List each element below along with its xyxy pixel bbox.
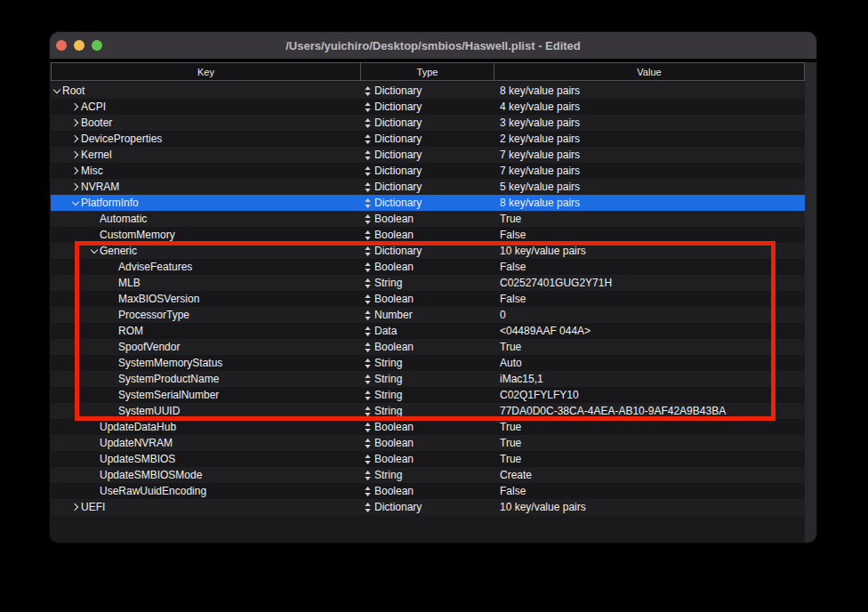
row-value[interactable]: False [494, 485, 805, 497]
type-cell[interactable]: String [360, 405, 494, 417]
row-value[interactable]: False [494, 229, 805, 241]
disclosure-triangle-icon[interactable] [90, 435, 100, 451]
row-value[interactable]: 7 key/value pairs [494, 149, 805, 161]
disclosure-triangle-icon[interactable] [90, 211, 100, 227]
type-cell[interactable]: Dictionary [360, 181, 494, 193]
row-value[interactable]: 5 key/value pairs [494, 181, 805, 193]
disclosure-triangle-icon[interactable] [71, 163, 81, 179]
type-cell[interactable]: Number [360, 309, 494, 321]
disclosure-triangle-icon[interactable] [90, 467, 100, 483]
disclosure-triangle-icon[interactable] [71, 195, 81, 211]
disclosure-triangle-icon[interactable] [108, 403, 118, 419]
row-value[interactable]: 0 [494, 309, 805, 321]
type-cell[interactable]: Dictionary [360, 149, 494, 161]
type-cell[interactable]: Boolean [360, 341, 494, 353]
table-row-systemserialnumber[interactable]: SystemSerialNumber String C02Q1FYLFY10 [51, 387, 805, 403]
row-value[interactable]: 10 key/value pairs [494, 501, 805, 513]
type-cell[interactable]: Boolean [360, 485, 494, 497]
disclosure-triangle-icon[interactable] [71, 115, 81, 131]
row-value[interactable]: True [494, 341, 805, 353]
row-value[interactable]: 4 key/value pairs [494, 101, 805, 113]
disclosure-triangle-icon[interactable] [71, 99, 81, 115]
row-value[interactable]: 8 key/value pairs [494, 85, 805, 97]
disclosure-triangle-icon[interactable] [108, 339, 118, 355]
type-cell[interactable]: String [360, 277, 494, 289]
disclosure-triangle-icon[interactable] [71, 499, 81, 515]
disclosure-triangle-icon[interactable] [108, 371, 118, 387]
type-cell[interactable]: String [360, 469, 494, 481]
type-cell[interactable]: Dictionary [360, 501, 494, 513]
table-row-systemproductname[interactable]: SystemProductName String iMac15,1 [51, 371, 805, 387]
zoom-button[interactable] [92, 40, 102, 51]
row-value[interactable]: iMac15,1 [494, 373, 805, 385]
disclosure-triangle-icon[interactable] [108, 323, 118, 339]
table-row-userawuuidencoding[interactable]: UseRawUuidEncoding Boolean False [51, 483, 805, 499]
type-cell[interactable]: Dictionary [360, 245, 494, 257]
disclosure-triangle-icon[interactable] [108, 387, 118, 403]
disclosure-triangle-icon[interactable] [90, 227, 100, 243]
table-row-nvram[interactable]: NVRAM Dictionary 5 key/value pairs [51, 179, 805, 195]
type-cell[interactable]: Dictionary [360, 133, 494, 145]
type-cell[interactable]: String [360, 357, 494, 369]
disclosure-triangle-icon[interactable] [71, 147, 81, 163]
type-cell[interactable]: Boolean [360, 453, 494, 465]
row-value[interactable]: 2 key/value pairs [494, 133, 805, 145]
disclosure-triangle-icon[interactable] [108, 275, 118, 291]
table-row-spoofvendor[interactable]: SpoofVendor Boolean True [51, 339, 805, 355]
column-header-type[interactable]: Type [360, 63, 494, 80]
table-row-maxbiosversion[interactable]: MaxBIOSVersion Boolean False [51, 291, 805, 307]
minimize-button[interactable] [74, 40, 84, 51]
table-row-platforminfo[interactable]: PlatformInfo Dictionary 8 key/value pair… [51, 195, 805, 211]
disclosure-triangle-icon[interactable] [90, 483, 100, 499]
table-row-misc[interactable]: Misc Dictionary 7 key/value pairs [51, 163, 805, 179]
type-cell[interactable]: Dictionary [360, 117, 494, 129]
disclosure-triangle-icon[interactable] [52, 83, 62, 99]
type-cell[interactable]: String [360, 373, 494, 385]
table-row-updatesmbiosmode[interactable]: UpdateSMBIOSMode String Create [51, 467, 805, 483]
row-value[interactable]: False [494, 293, 805, 305]
row-value[interactable]: <04489AAF 044A> [494, 325, 805, 337]
type-cell[interactable]: Data [360, 325, 494, 337]
row-value[interactable]: Create [494, 469, 805, 481]
titlebar[interactable]: /Users/yuichiro/Desktop/smbios/Haswell.p… [50, 32, 816, 59]
type-cell[interactable]: Dictionary [360, 101, 494, 113]
scrollbar-track[interactable] [805, 62, 816, 543]
row-value[interactable]: True [494, 453, 805, 465]
disclosure-triangle-icon[interactable] [90, 419, 100, 435]
row-value[interactable]: 10 key/value pairs [494, 245, 805, 257]
table-row-updatesmbios[interactable]: UpdateSMBIOS Boolean True [51, 451, 805, 467]
row-value[interactable]: C02Q1FYLFY10 [494, 389, 805, 401]
row-value[interactable]: True [494, 421, 805, 433]
type-cell[interactable]: Boolean [360, 421, 494, 433]
type-cell[interactable]: Boolean [360, 261, 494, 273]
table-row-generic[interactable]: Generic Dictionary 10 key/value pairs [51, 243, 805, 259]
table-row-automatic[interactable]: Automatic Boolean True [51, 211, 805, 227]
table-row-root[interactable]: Root Dictionary 8 key/value pairs [51, 83, 805, 99]
table-row-uefi[interactable]: UEFI Dictionary 10 key/value pairs [51, 499, 805, 515]
table-row-systemuuid[interactable]: SystemUUID String 77DA0D0C-38CA-4AEA-AB1… [51, 403, 805, 419]
table-row-systemmemorystatus[interactable]: SystemMemoryStatus String Auto [51, 355, 805, 371]
table-row-mlb[interactable]: MLB String C02527401GUG2Y71H [51, 275, 805, 291]
disclosure-triangle-icon[interactable] [71, 131, 81, 147]
close-button[interactable] [56, 40, 67, 51]
row-value[interactable]: True [494, 437, 805, 449]
type-cell[interactable]: Boolean [360, 229, 494, 241]
disclosure-triangle-icon[interactable] [71, 179, 81, 195]
row-value[interactable]: False [494, 261, 805, 273]
row-value[interactable]: 3 key/value pairs [494, 117, 805, 129]
table-row-updatenvram[interactable]: UpdateNVRAM Boolean True [51, 435, 805, 451]
row-value[interactable]: 7 key/value pairs [494, 165, 805, 177]
type-cell[interactable]: Dictionary [360, 165, 494, 177]
table-row-custommemory[interactable]: CustomMemory Boolean False [51, 227, 805, 243]
disclosure-triangle-icon[interactable] [108, 259, 118, 275]
type-cell[interactable]: Boolean [360, 213, 494, 225]
row-value[interactable]: C02527401GUG2Y71H [494, 277, 805, 289]
row-value[interactable]: True [494, 213, 805, 225]
row-value[interactable]: 77DA0D0C-38CA-4AEA-AB10-9AF42A9B43BA [494, 405, 805, 417]
type-cell[interactable]: Boolean [360, 293, 494, 305]
disclosure-triangle-icon[interactable] [90, 243, 100, 259]
table-row-booter[interactable]: Booter Dictionary 3 key/value pairs [51, 115, 805, 131]
table-row-updatedatahub[interactable]: UpdateDataHub Boolean True [51, 419, 805, 435]
table-row-rom[interactable]: ROM Data <04489AAF 044A> [51, 323, 805, 339]
table-row-processortype[interactable]: ProcessorType Number 0 [51, 307, 805, 323]
